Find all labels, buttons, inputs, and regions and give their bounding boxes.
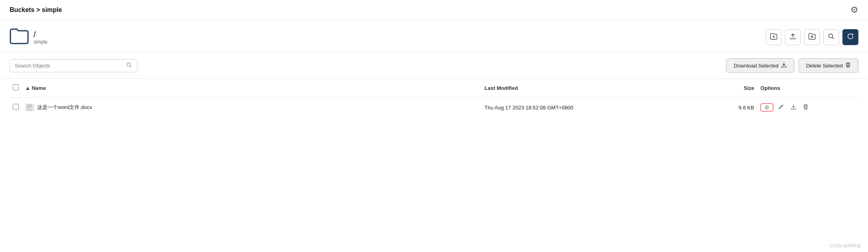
select-all-checkbox[interactable]: [13, 84, 19, 90]
svg-point-8: [765, 106, 769, 109]
gear-icon: ⚙: [850, 5, 858, 15]
search-bucket-icon: [828, 33, 835, 42]
refresh-button[interactable]: [842, 29, 858, 45]
bucket-path: / simple: [34, 30, 48, 45]
upload-button[interactable]: [785, 29, 801, 45]
bucket-folder-icon: [10, 28, 29, 47]
search-box[interactable]: [10, 59, 137, 72]
table-header-row: ▲ Name Last Modified Size Options: [10, 79, 858, 97]
file-table: ▲ Name Last Modified Size Options: [10, 79, 858, 117]
download-folder-button[interactable]: [804, 29, 820, 45]
table-row: 这是一个word文件.docx Thu Aug 17 2023 18:52:08…: [10, 97, 858, 118]
delete-selected-label: Delete Selected: [806, 63, 843, 69]
row-size-cell: 9.8 KB: [690, 97, 757, 118]
bucket-actions: [766, 29, 858, 45]
toolbar: Download Selected Delete Selected: [0, 53, 868, 79]
top-bar: Buckets > simple ⚙: [0, 0, 868, 20]
name-column-header[interactable]: ▲ Name: [22, 79, 481, 97]
svg-point-2: [829, 34, 833, 38]
options-column-header: Options: [757, 79, 858, 97]
bucket-name: simple: [34, 39, 48, 45]
download-row-button[interactable]: [789, 103, 798, 112]
row-select-cell: [10, 97, 22, 118]
row-options: [760, 103, 855, 112]
delete-selected-button[interactable]: Delete Selected: [798, 58, 858, 73]
sort-arrow-icon: ▲: [25, 85, 32, 91]
svg-point-9: [766, 107, 768, 108]
search-bucket-button[interactable]: [823, 29, 839, 45]
create-folder-button[interactable]: [766, 29, 782, 45]
row-options-cell: [757, 97, 858, 118]
size-column-header: Size: [690, 79, 757, 97]
create-folder-icon: [770, 33, 778, 42]
search-input[interactable]: [15, 63, 123, 69]
upload-icon: [789, 33, 796, 42]
bucket-header: / simple: [0, 20, 868, 53]
file-type-icon: [25, 104, 34, 111]
search-icon: [126, 62, 132, 69]
row-checkbox[interactable]: [13, 104, 19, 110]
bucket-info: / simple: [10, 28, 48, 47]
delete-row-button[interactable]: [801, 103, 810, 112]
file-table-wrapper: ▲ Name Last Modified Size Options: [0, 79, 868, 117]
bucket-path-slash: /: [34, 30, 48, 39]
row-modified-cell: Thu Aug 17 2023 18:52:08 GMT+0800: [481, 97, 690, 118]
download-selected-button[interactable]: Download Selected: [726, 58, 794, 73]
select-all-header: [10, 79, 22, 97]
preview-button[interactable]: [760, 103, 773, 111]
file-name: 这是一个word文件.docx: [37, 104, 92, 111]
last-modified-column-header: Last Modified: [481, 79, 690, 97]
refresh-icon: [847, 33, 854, 42]
gear-button[interactable]: ⚙: [850, 5, 858, 15]
edit-button[interactable]: [776, 103, 786, 112]
action-buttons: Download Selected Delete Selected: [726, 58, 858, 73]
download-selected-icon: [781, 62, 787, 69]
download-selected-label: Download Selected: [734, 63, 778, 69]
download-folder-icon: [808, 33, 816, 42]
row-name-cell: 这是一个word文件.docx: [22, 97, 481, 118]
breadcrumb: Buckets > simple: [10, 6, 62, 14]
delete-selected-icon: [845, 62, 851, 69]
